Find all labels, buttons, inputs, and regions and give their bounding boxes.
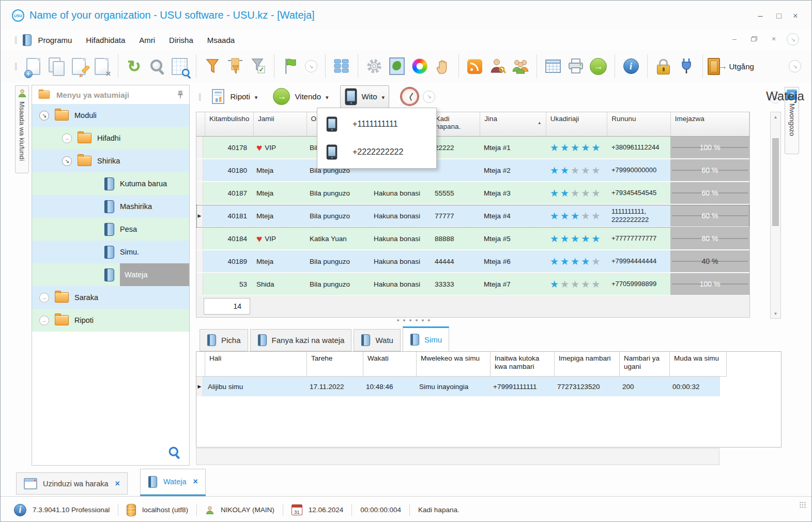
tab-picha[interactable]: Picha bbox=[200, 329, 248, 351]
minimize-child-button[interactable]: – bbox=[729, 34, 740, 44]
print-button[interactable] bbox=[564, 53, 587, 79]
sidebar-item-shirika[interactable]: ↘Shirika bbox=[32, 150, 189, 172]
call-menu-item[interactable]: +2222222222 bbox=[317, 138, 436, 166]
sidebar-item-moduli[interactable]: ↘Moduli bbox=[32, 104, 189, 127]
column-header-jamii[interactable]: Jamii bbox=[254, 112, 307, 136]
exit-button[interactable]: Utgång bbox=[708, 53, 754, 79]
lock-button[interactable] bbox=[652, 53, 675, 79]
plug-button[interactable] bbox=[675, 53, 698, 79]
column-header-inaitwa-kutoka-kwa-nambari[interactable]: Inaitwa kutoka kwa nambari bbox=[491, 352, 555, 377]
call-menu-item[interactable]: +1111111111 bbox=[317, 110, 436, 138]
menu-item-amri[interactable]: Amri bbox=[139, 36, 155, 44]
tab-simu[interactable]: Simu bbox=[403, 326, 449, 351]
search-table-button[interactable] bbox=[168, 53, 191, 79]
export-button[interactable] bbox=[587, 53, 610, 79]
clock-icon[interactable] bbox=[401, 87, 419, 106]
settings-button[interactable] bbox=[363, 53, 386, 79]
close-child-button[interactable]: × bbox=[768, 34, 779, 44]
table-row[interactable]: 40189MtejaBila punguzoHakuna bonasi44444… bbox=[196, 250, 749, 273]
splitter-handle[interactable]: ● ● ● ● ● ● bbox=[393, 318, 435, 323]
delete-record-button[interactable]: × bbox=[90, 53, 113, 79]
cell-ukadiriaji[interactable]: ★★★★★ bbox=[545, 159, 607, 181]
close-tab-icon[interactable]: × bbox=[115, 479, 120, 488]
table-row[interactable]: 40187MtejaBila punguzoHakuna bonasi55555… bbox=[196, 182, 749, 205]
cell-ukadiriaji[interactable]: ★★★★★ bbox=[545, 205, 607, 227]
cell-ukadiriaji[interactable]: ★★★★★ bbox=[545, 273, 607, 295]
sidebar-search-icon[interactable] bbox=[168, 446, 180, 458]
column-header-nambari-ya-ugani[interactable]: Nambari ya ugani bbox=[620, 352, 670, 377]
sidebar-item-hifadhi[interactable]: →Hifadhi bbox=[32, 127, 189, 150]
menu-item-hifadhidata[interactable]: Hifadhidata bbox=[86, 36, 125, 44]
cell-ukadiriaji[interactable]: ★★★★★ bbox=[545, 137, 607, 158]
column-header-ukadiriaji[interactable]: Ukadiriaji bbox=[546, 112, 608, 136]
filter-window-button[interactable] bbox=[224, 53, 247, 79]
table-row[interactable]: 40184♥VIPKatika YuanHakuna bonasi88888Mt… bbox=[196, 228, 749, 250]
vertical-scrollbar[interactable]: ▲ ▼ bbox=[770, 112, 781, 319]
map-button[interactable] bbox=[386, 53, 408, 79]
column-header-mwelekeo-wa-simu[interactable]: Mwelekeo wa simu bbox=[417, 352, 491, 377]
sidebar-item-kutuma-barua[interactable]: Kutuma barua bbox=[32, 172, 189, 195]
tab-watu[interactable]: Watu bbox=[354, 329, 400, 351]
table-row[interactable]: ▶40181MtejaBila punguzoHakuna bonasi7777… bbox=[196, 205, 749, 228]
column-header-imejazwa[interactable]: Imejazwa bbox=[671, 112, 749, 136]
rss-button[interactable] bbox=[464, 53, 486, 79]
column-header-wakati[interactable]: Wakati bbox=[363, 352, 417, 377]
expander-collapsed-icon[interactable]: → bbox=[62, 133, 72, 143]
resize-grip[interactable] bbox=[799, 501, 806, 509]
actions-button[interactable]: Vitendo bbox=[269, 86, 332, 107]
cell-ukadiriaji[interactable]: ★★★★★ bbox=[545, 250, 607, 272]
sidebar-item-pesa[interactable]: Pesa bbox=[32, 218, 189, 241]
toolbar-overflow-icon[interactable]: ↘ bbox=[787, 33, 799, 46]
sidebar-item-wateja[interactable]: Wateja bbox=[32, 263, 189, 286]
column-header-tarehe[interactable]: Tarehe bbox=[307, 352, 363, 377]
table-button[interactable] bbox=[542, 53, 564, 79]
tab-fanya-kazi-na-wateja[interactable]: Fanya kazi na wateja bbox=[250, 329, 352, 351]
tab-technical-support[interactable]: Msaada wa kiufundi bbox=[15, 85, 29, 173]
table-row[interactable]: 53ShidaBila punguzoHakuna bonasi33333Mte… bbox=[196, 273, 749, 296]
scrollbar-thumb[interactable] bbox=[772, 138, 779, 226]
column-header-kitambulisho[interactable]: Kitambulisho bbox=[205, 112, 254, 136]
cell-ukadiriaji[interactable]: ★★★★★ bbox=[545, 182, 607, 204]
flag-button[interactable] bbox=[279, 53, 302, 79]
call-row[interactable]: ▶Alijibu simu17.11.202210:48:46Simu inay… bbox=[196, 377, 720, 396]
minimize-window-button[interactable]: – bbox=[755, 11, 766, 21]
sidebar-item-ripoti[interactable]: →Ripoti bbox=[32, 309, 189, 332]
pin-icon[interactable] bbox=[177, 91, 184, 99]
expander-collapsed-icon[interactable]: → bbox=[39, 293, 49, 303]
column-header-jina[interactable]: Jina▲ bbox=[480, 112, 546, 136]
restore-child-button[interactable] bbox=[748, 34, 760, 44]
refresh-button[interactable]: ↻ bbox=[123, 53, 146, 79]
collapse-arrow-icon[interactable]: ↘ bbox=[423, 91, 435, 103]
sidebar-item-mashirika[interactable]: Mashirika bbox=[32, 195, 189, 218]
close-window-button[interactable]: × bbox=[790, 11, 801, 21]
reports-button[interactable]: Ripoti bbox=[206, 86, 262, 107]
column-header-imepiga-nambari[interactable]: Imepiga nambari bbox=[555, 352, 620, 377]
column-header-kadi-hapana[interactable]: Kadi hapana. bbox=[432, 112, 481, 136]
users-button[interactable] bbox=[509, 53, 532, 79]
search-button[interactable] bbox=[146, 53, 168, 79]
sidebar-item-simu[interactable]: Simu. bbox=[32, 241, 189, 263]
menu-item-msaada[interactable]: Msaada bbox=[207, 36, 235, 44]
window-tab-uzinduzi-wa-haraka[interactable]: Uzinduzi wa haraka× bbox=[16, 472, 128, 495]
cell-ukadiriaji[interactable]: ★★★★★ bbox=[545, 228, 607, 249]
user-access-button[interactable] bbox=[486, 53, 509, 79]
close-tab-icon[interactable]: × bbox=[193, 477, 197, 486]
menu-item-dirisha[interactable]: Dirisha bbox=[169, 36, 193, 44]
maximize-window-button[interactable]: □ bbox=[773, 11, 785, 21]
column-header-hali[interactable]: Hali bbox=[205, 352, 307, 377]
info-button[interactable] bbox=[620, 53, 642, 79]
scroll-down-icon[interactable]: ▼ bbox=[771, 309, 780, 318]
copy-record-button[interactable] bbox=[45, 53, 68, 79]
window-tab-wateja[interactable]: Wateja× bbox=[140, 469, 206, 495]
edit-record-button[interactable] bbox=[68, 53, 90, 79]
modules-grid-button[interactable] bbox=[330, 53, 353, 79]
call-button[interactable]: Wito bbox=[340, 85, 390, 108]
new-record-button[interactable]: + bbox=[22, 53, 45, 79]
collapse-arrow-icon[interactable]: ↘ bbox=[305, 60, 317, 72]
toolbar-overflow-icon[interactable]: ↘ bbox=[789, 60, 801, 72]
column-header-muda-wa-simu[interactable]: Muda wa simu bbox=[670, 352, 727, 377]
scroll-up-icon[interactable]: ▲ bbox=[771, 112, 780, 122]
filter-button[interactable] bbox=[201, 53, 224, 79]
sidebar-item-saraka[interactable]: →Saraka bbox=[32, 286, 189, 309]
colors-button[interactable] bbox=[408, 53, 431, 79]
